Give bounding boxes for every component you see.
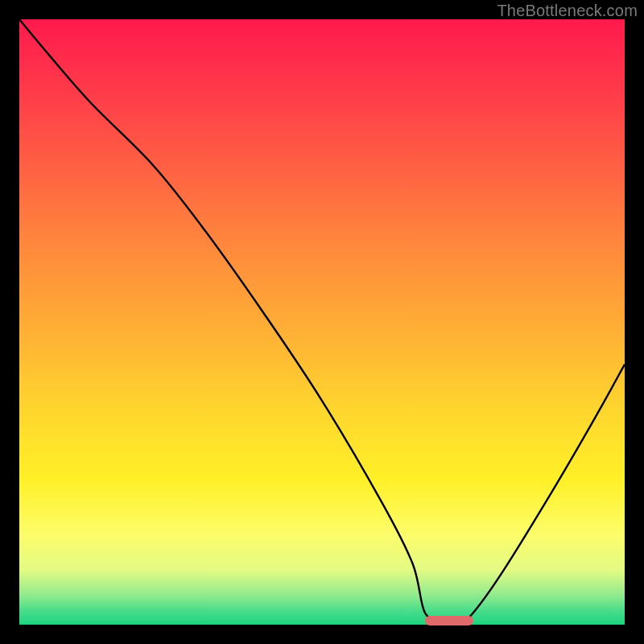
- chart-frame: TheBottleneck.com: [0, 0, 644, 644]
- curve-path: [19, 19, 625, 622]
- bottleneck-curve: [19, 19, 625, 625]
- watermark-text: TheBottleneck.com: [497, 2, 638, 20]
- minimum-marker: [425, 616, 473, 625]
- plot-area: [19, 19, 625, 625]
